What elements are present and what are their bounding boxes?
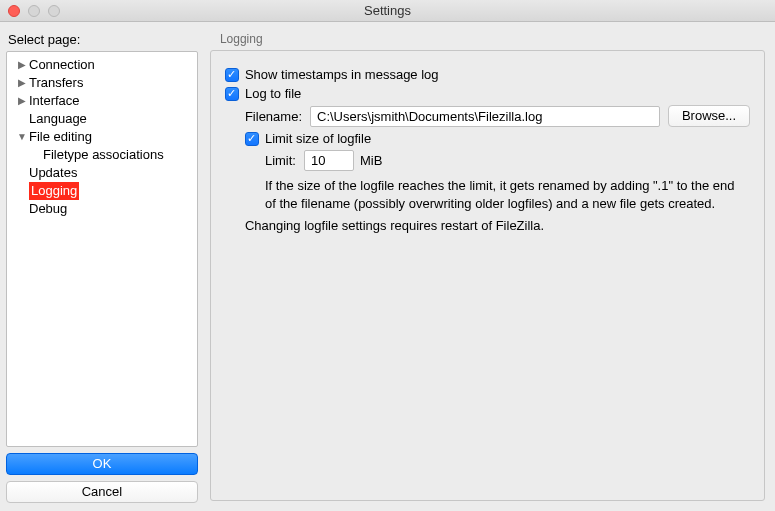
window-title: Settings xyxy=(0,3,775,18)
tree-item-interface[interactable]: ▶ Interface xyxy=(9,92,195,110)
browse-button[interactable]: Browse... xyxy=(668,105,750,127)
tree-item-label: Language xyxy=(29,110,87,128)
label-show-timestamps: Show timestamps in message log xyxy=(245,67,439,82)
row-filename: Filename: Browse... xyxy=(245,105,750,127)
filename-input[interactable] xyxy=(310,106,660,127)
label-limit: Limit: xyxy=(265,153,296,168)
section-title: Logging xyxy=(220,32,765,46)
tree-item-label: Updates xyxy=(29,164,77,182)
row-show-timestamps: ✓ Show timestamps in message log xyxy=(225,67,750,82)
tree-item-label: Interface xyxy=(29,92,80,110)
tree-item-updates[interactable]: Updates xyxy=(9,164,195,182)
tree-item-label: Debug xyxy=(29,200,67,218)
tree-item-filetype-associations[interactable]: Filetype associations xyxy=(9,146,195,164)
help-text-limit: If the size of the logfile reaches the l… xyxy=(265,177,745,212)
chevron-right-icon[interactable]: ▶ xyxy=(15,56,29,74)
unit-mib: MiB xyxy=(360,153,382,168)
tree-item-transfers[interactable]: ▶ Transfers xyxy=(9,74,195,92)
tree-item-label: Logging xyxy=(29,182,79,200)
main-panel: Logging ✓ Show timestamps in message log… xyxy=(204,22,775,511)
tree-item-label: Filetype associations xyxy=(43,146,164,164)
tree-item-label: Connection xyxy=(29,56,95,74)
sidebar-heading: Select page: xyxy=(8,32,198,47)
label-log-to-file: Log to file xyxy=(245,86,301,101)
tree-item-label: File editing xyxy=(29,128,92,146)
ok-button[interactable]: OK xyxy=(6,453,198,475)
row-limit-size: ✓ Limit size of logfile xyxy=(245,131,750,146)
tree-item-language[interactable]: Language xyxy=(9,110,195,128)
checkbox-log-to-file[interactable]: ✓ xyxy=(225,87,239,101)
tree-item-connection[interactable]: ▶ Connection xyxy=(9,56,195,74)
settings-panel: ✓ Show timestamps in message log ✓ Log t… xyxy=(210,50,765,501)
sidebar: Select page: ▶ Connection ▶ Transfers ▶ … xyxy=(0,22,204,511)
checkbox-limit-size[interactable]: ✓ xyxy=(245,132,259,146)
row-log-to-file: ✓ Log to file xyxy=(225,86,750,101)
tree-item-file-editing[interactable]: ▼ File editing xyxy=(9,128,195,146)
page-tree[interactable]: ▶ Connection ▶ Transfers ▶ Interface Lan… xyxy=(6,51,198,447)
titlebar: Settings xyxy=(0,0,775,22)
tree-item-debug[interactable]: Debug xyxy=(9,200,195,218)
checkbox-show-timestamps[interactable]: ✓ xyxy=(225,68,239,82)
help-text-restart: Changing logfile settings requires resta… xyxy=(245,218,750,233)
tree-item-logging[interactable]: Logging xyxy=(9,182,195,200)
chevron-down-icon[interactable]: ▼ xyxy=(15,128,29,146)
row-limit-value: Limit: MiB xyxy=(265,150,750,171)
tree-item-label: Transfers xyxy=(29,74,83,92)
chevron-right-icon[interactable]: ▶ xyxy=(15,92,29,110)
chevron-right-icon[interactable]: ▶ xyxy=(15,74,29,92)
cancel-button[interactable]: Cancel xyxy=(6,481,198,503)
label-filename: Filename: xyxy=(245,109,302,124)
limit-input[interactable] xyxy=(304,150,354,171)
label-limit-size: Limit size of logfile xyxy=(265,131,371,146)
